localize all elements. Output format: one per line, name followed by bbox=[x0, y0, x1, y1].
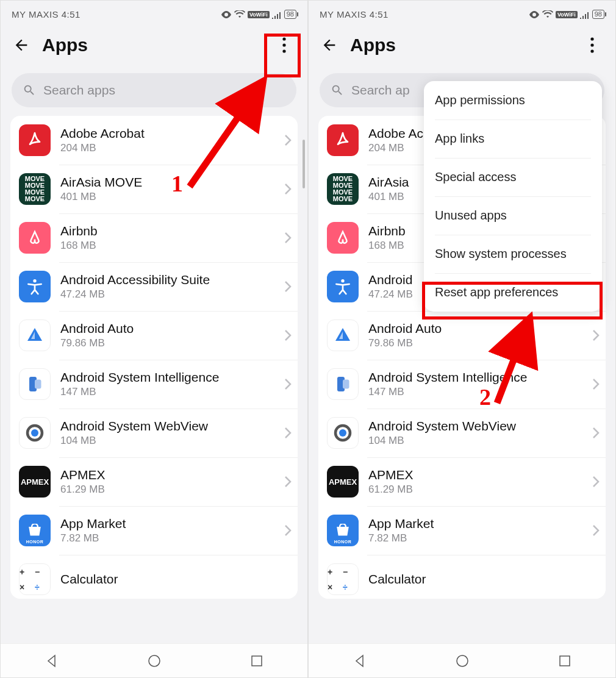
app-icon-airbnb bbox=[19, 222, 51, 254]
battery-indicator: 98 bbox=[592, 10, 604, 19]
app-icon-airasia: MOVEMOVEMOVEMOVE bbox=[327, 173, 359, 205]
app-icon-accessibility bbox=[327, 271, 359, 302]
nav-home-icon[interactable] bbox=[456, 654, 469, 668]
app-icon-android-auto bbox=[19, 319, 51, 351]
scrollbar-thumb[interactable] bbox=[303, 140, 305, 188]
apps-list: Adobe Acrobat 204 MB MOVEMOVEMOVEMOVE Ai… bbox=[10, 116, 298, 599]
app-icon-sysintel bbox=[327, 368, 359, 400]
app-row-apmex[interactable]: APMEX APMEX 61.29 MB bbox=[10, 457, 298, 506]
app-text: Airbnb 168 MB bbox=[60, 224, 274, 252]
app-row-android-auto[interactable]: Android Auto 79.86 MB bbox=[318, 311, 606, 360]
svg-point-19 bbox=[457, 655, 468, 666]
app-text: Android Auto 79.86 MB bbox=[368, 321, 582, 349]
app-row-apmex[interactable]: APMEX APMEX 61.29 MB bbox=[318, 457, 606, 506]
menu-item-unused-apps[interactable]: Unused apps bbox=[424, 196, 602, 235]
app-row-app-market[interactable]: HONOR App Market 7.82 MB bbox=[10, 506, 298, 555]
app-text: Adobe Acrobat 204 MB bbox=[60, 126, 274, 154]
app-icon-webview bbox=[19, 417, 51, 449]
menu-item-app-links[interactable]: App links bbox=[424, 120, 602, 158]
app-text: App Market 7.82 MB bbox=[60, 516, 274, 544]
app-icon-acrobat bbox=[327, 124, 359, 156]
app-row-calculator[interactable]: +−×÷ Calculator bbox=[318, 555, 606, 599]
app-name: Android System WebView bbox=[368, 419, 582, 434]
app-row-android-auto[interactable]: Android Auto 79.86 MB bbox=[10, 311, 298, 360]
app-row-webview[interactable]: Android System WebView 104 MB bbox=[10, 409, 298, 457]
app-text: Android System WebView 104 MB bbox=[60, 419, 274, 447]
more-menu-button[interactable] bbox=[580, 33, 604, 57]
search-icon bbox=[331, 84, 344, 97]
menu-item-special-access[interactable]: Special access bbox=[424, 158, 602, 196]
chevron-right-icon bbox=[284, 280, 292, 293]
overflow-menu: App permissions App links Special access… bbox=[424, 81, 602, 312]
app-icon-accessibility bbox=[19, 271, 51, 302]
screen-right: MY MAXIS 4:51 VoWiFi 98 Apps Search ap bbox=[308, 0, 616, 678]
chevron-right-icon bbox=[592, 378, 600, 390]
app-size: 204 MB bbox=[60, 142, 274, 154]
svg-point-1 bbox=[282, 43, 285, 46]
search-placeholder: Search ap bbox=[351, 83, 410, 98]
app-row-accessibility[interactable]: Android Accessibility Suite 47.24 MB bbox=[10, 262, 298, 311]
nav-back-icon[interactable] bbox=[353, 654, 367, 668]
nav-back-icon[interactable] bbox=[45, 654, 59, 668]
app-row-system-intelligence[interactable]: Android System Intelligence 147 MB bbox=[10, 360, 298, 409]
app-row-webview[interactable]: Android System WebView 104 MB bbox=[318, 409, 606, 457]
nav-recent-icon[interactable] bbox=[559, 655, 571, 667]
search-input[interactable]: Search apps bbox=[12, 73, 296, 107]
app-name: Android Auto bbox=[60, 321, 274, 336]
app-text: Android Accessibility Suite 47.24 MB bbox=[60, 273, 274, 301]
honor-label: HONOR bbox=[26, 540, 44, 544]
app-row-system-intelligence[interactable]: Android System Intelligence 147 MB bbox=[318, 360, 606, 409]
app-text: Android System Intelligence 147 MB bbox=[60, 370, 274, 398]
app-text: APMEX 61.29 MB bbox=[368, 468, 582, 496]
app-row-app-market[interactable]: HONOR App Market 7.82 MB bbox=[318, 506, 606, 555]
nav-recent-icon[interactable] bbox=[251, 655, 263, 667]
svg-rect-9 bbox=[252, 656, 262, 666]
navigation-bar bbox=[309, 643, 615, 677]
airbnb-glyph-icon bbox=[26, 229, 44, 247]
app-icon-webview bbox=[327, 417, 359, 449]
auto-glyph-icon bbox=[24, 324, 46, 346]
header: Apps bbox=[309, 28, 615, 68]
app-size: 147 MB bbox=[60, 386, 274, 398]
app-row-airbnb[interactable]: Airbnb 168 MB bbox=[10, 213, 298, 262]
more-vertical-icon bbox=[282, 37, 286, 53]
webview-glyph-icon bbox=[24, 422, 46, 444]
app-icon-calculator: +−×÷ bbox=[327, 563, 359, 595]
svg-rect-20 bbox=[560, 656, 570, 666]
app-text: App Market 7.82 MB bbox=[368, 516, 582, 544]
menu-item-reset-app-preferences[interactable]: Reset app preferences bbox=[424, 273, 602, 312]
menu-item-app-permissions[interactable]: App permissions bbox=[424, 81, 602, 120]
battery-indicator: 98 bbox=[284, 10, 296, 19]
more-vertical-icon bbox=[590, 37, 594, 53]
app-name: Android System WebView bbox=[60, 419, 274, 434]
app-row-airasia[interactable]: MOVEMOVEMOVEMOVE AirAsia MOVE 401 MB bbox=[10, 165, 298, 213]
app-row-adobe-acrobat[interactable]: Adobe Acrobat 204 MB bbox=[10, 116, 298, 165]
app-icon-sysintel bbox=[19, 368, 51, 400]
app-name: APMEX bbox=[368, 468, 582, 482]
webview-glyph-icon bbox=[332, 422, 354, 444]
back-button[interactable] bbox=[12, 35, 31, 55]
app-row-calculator[interactable]: +−×÷ Calculator bbox=[10, 555, 298, 599]
accessibility-glyph-icon bbox=[25, 277, 45, 296]
app-name: Calculator bbox=[60, 572, 292, 587]
menu-item-show-system-processes[interactable]: Show system processes bbox=[424, 235, 602, 273]
vowifi-badge: VoWiFi bbox=[556, 11, 578, 18]
svg-point-2 bbox=[282, 49, 285, 52]
back-arrow-icon bbox=[321, 37, 338, 54]
app-name: Android System Intelligence bbox=[60, 370, 274, 385]
app-name: Android System Intelligence bbox=[368, 370, 582, 385]
more-menu-button[interactable] bbox=[272, 33, 296, 57]
app-text: Android System Intelligence 147 MB bbox=[368, 370, 582, 398]
app-icon-airasia: MOVEMOVEMOVEMOVE bbox=[19, 173, 51, 205]
app-icon-calculator: +−×÷ bbox=[19, 563, 51, 595]
signal-icon bbox=[272, 10, 282, 19]
time-label: 4:51 bbox=[370, 9, 389, 20]
chevron-right-icon bbox=[592, 524, 600, 537]
back-button[interactable] bbox=[320, 35, 339, 55]
svg-point-0 bbox=[282, 37, 285, 40]
nav-home-icon[interactable] bbox=[148, 654, 161, 668]
time-label: 4:51 bbox=[62, 9, 81, 20]
app-name: Airbnb bbox=[60, 224, 274, 238]
app-size: 47.24 MB bbox=[60, 288, 274, 301]
app-icon-appmarket: HONOR bbox=[327, 515, 359, 546]
